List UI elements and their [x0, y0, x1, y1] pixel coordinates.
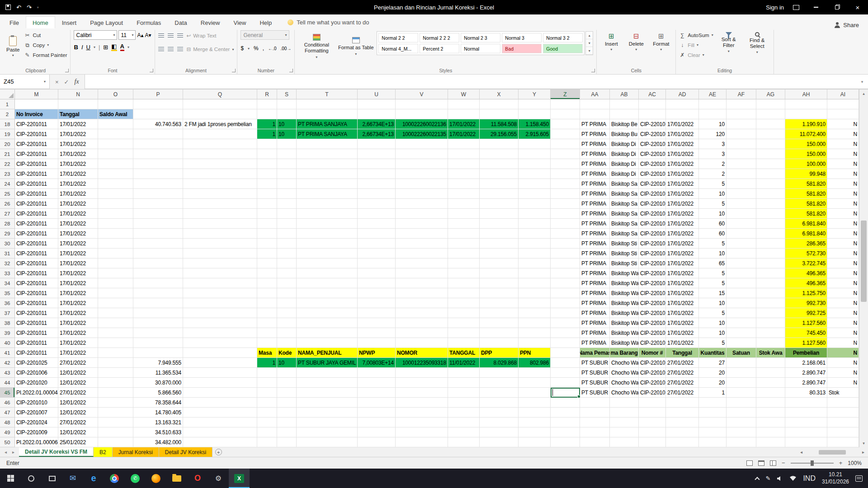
cell-V40[interactable]	[396, 338, 448, 348]
cell-U30[interactable]	[358, 239, 396, 249]
cell-U2[interactable]	[358, 109, 396, 119]
cell-AG49[interactable]	[756, 427, 785, 437]
cell-V50[interactable]	[396, 437, 448, 447]
cell-AH42[interactable]: 2.168.061	[785, 358, 827, 368]
cell-W45[interactable]	[448, 388, 480, 398]
font-color-icon[interactable]: A	[120, 43, 124, 51]
cell-R49[interactable]	[257, 427, 277, 437]
cell-AD31[interactable]: 17/01/2022	[666, 249, 699, 258]
cell-AI32[interactable]: N	[827, 258, 859, 268]
accounting-dropdown-icon[interactable]: ▾	[248, 47, 250, 51]
cell-Z30[interactable]	[551, 239, 580, 249]
cell-P18[interactable]: 40.740.563	[133, 119, 183, 129]
cell-O40[interactable]	[98, 338, 133, 348]
cell-AA45[interactable]: PT SUBUR	[580, 388, 610, 398]
cell-V31[interactable]	[396, 249, 448, 258]
cell-AD19[interactable]: 17/01/2022	[666, 129, 699, 139]
cell-AG22[interactable]	[756, 159, 785, 169]
cell-P34[interactable]	[133, 278, 183, 288]
zoom-slider[interactable]	[791, 463, 834, 464]
cell-Q29[interactable]	[183, 229, 257, 239]
cell-Y38[interactable]	[519, 318, 551, 328]
cell-Q33[interactable]	[183, 268, 257, 278]
column-header-R[interactable]: R	[257, 89, 277, 99]
cell-U50[interactable]	[358, 437, 396, 447]
cell-N1[interactable]	[58, 99, 98, 109]
cell-AG43[interactable]	[756, 368, 785, 378]
cell-W32[interactable]	[448, 258, 480, 268]
ribbon-tab-page-layout[interactable]: Page Layout	[83, 16, 130, 28]
cell-Z37[interactable]	[551, 308, 580, 318]
cell-AD2[interactable]	[666, 109, 699, 119]
cell-AF45[interactable]	[726, 388, 756, 398]
cell-U41[interactable]: NPWP	[358, 348, 396, 358]
cell-R24[interactable]	[257, 179, 277, 189]
cell-W30[interactable]	[448, 239, 480, 249]
cell-P42[interactable]: 7.949.555	[133, 358, 183, 368]
cell-AF30[interactable]	[726, 239, 756, 249]
cell-AA36[interactable]: PT PRIMA	[580, 298, 610, 308]
cell-Q35[interactable]	[183, 288, 257, 298]
cell-M45[interactable]: PI.2022.01.00004	[15, 388, 58, 398]
find-select-button[interactable]: Find & Select ▾	[744, 30, 770, 55]
cell-AA49[interactable]	[580, 427, 610, 437]
cell-X31[interactable]	[480, 249, 519, 258]
vertical-scroll-thumb[interactable]	[861, 221, 867, 302]
cell-Y23[interactable]	[519, 169, 551, 179]
cell-AA22[interactable]: PT PRIMA	[580, 159, 610, 169]
cell-N40[interactable]: 17/01/2022	[58, 338, 98, 348]
cell-AG38[interactable]	[756, 318, 785, 328]
clear-button[interactable]: ✗Clear▾	[679, 50, 713, 60]
cell-AC22[interactable]: CIP-22010	[639, 159, 666, 169]
cell-T18[interactable]: PT PRIMA SANJAYA	[297, 119, 358, 129]
cell-O23[interactable]	[98, 169, 133, 179]
row-header-23[interactable]: 23	[0, 169, 15, 179]
cell-P26[interactable]	[133, 199, 183, 209]
cell-AC24[interactable]: CIP-22010	[639, 179, 666, 189]
cell-AD36[interactable]: 17/01/2022	[666, 298, 699, 308]
row-header-24[interactable]: 24	[0, 179, 15, 189]
cut-button[interactable]: ✂Cut	[24, 30, 67, 40]
cell-M28[interactable]: CIP-2201011	[15, 219, 58, 229]
cell-AF42[interactable]	[726, 358, 756, 368]
cell-O1[interactable]	[98, 99, 133, 109]
cell-AF34[interactable]	[726, 278, 756, 288]
italic-button[interactable]: I	[81, 44, 83, 51]
cell-Y48[interactable]	[519, 418, 551, 427]
cell-P38[interactable]	[133, 318, 183, 328]
row-header-32[interactable]: 32	[0, 258, 15, 268]
cell-AA44[interactable]: PT SUBUR	[580, 378, 610, 388]
cell-M43[interactable]: CIP-2201006	[15, 368, 58, 378]
cell-X2[interactable]	[480, 109, 519, 119]
cell-AG32[interactable]	[756, 258, 785, 268]
cell-V20[interactable]	[396, 139, 448, 149]
cell-AD28[interactable]: 17/01/2022	[666, 219, 699, 229]
cell-AB28[interactable]: Biskitop Sa	[610, 219, 639, 229]
cell-AB21[interactable]: Biskitop Di	[610, 149, 639, 159]
cell-AC18[interactable]: CIP-22010	[639, 119, 666, 129]
cell-AD49[interactable]	[666, 427, 699, 437]
cell-P44[interactable]: 30.870.000	[133, 378, 183, 388]
increase-decimal-icon[interactable]: ←.0	[268, 46, 276, 51]
cell-AC46[interactable]	[639, 398, 666, 408]
cell-U26[interactable]	[358, 199, 396, 209]
cell-AG44[interactable]	[756, 378, 785, 388]
cell-O22[interactable]	[98, 159, 133, 169]
cell-AI50[interactable]	[827, 437, 859, 447]
cell-P43[interactable]: 11.365.534	[133, 368, 183, 378]
cell-AH43[interactable]: 2.890.747	[785, 368, 827, 378]
cell-Q25[interactable]	[183, 189, 257, 199]
zoom-level[interactable]: 100%	[848, 460, 862, 466]
cell-AI47[interactable]	[827, 408, 859, 418]
sheet-nav-right-icon[interactable]: ▸	[12, 450, 14, 455]
cell-AG25[interactable]	[756, 189, 785, 199]
cell-AD20[interactable]: 17/01/2022	[666, 139, 699, 149]
cell-S37[interactable]	[277, 308, 297, 318]
cell-AF18[interactable]	[726, 119, 756, 129]
cell-R41[interactable]: Masa	[257, 348, 277, 358]
cell-AD48[interactable]	[666, 418, 699, 427]
cell-Q2[interactable]	[183, 109, 257, 119]
cell-P27[interactable]	[133, 209, 183, 219]
cell-S38[interactable]	[277, 318, 297, 328]
cell-AB32[interactable]: Biskitop Sti	[610, 258, 639, 268]
